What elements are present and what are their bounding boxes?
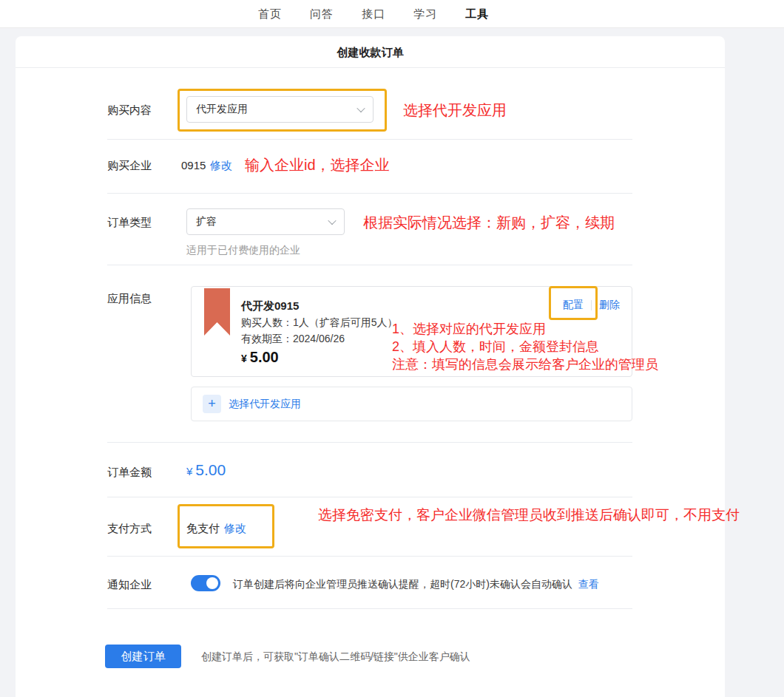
card-actions: 配置 删除 (563, 299, 620, 312)
configure-link[interactable]: 配置 (563, 299, 584, 312)
purchase-content-select[interactable]: 代开发应用 (186, 96, 374, 123)
notify-toggle[interactable] (191, 575, 220, 591)
purchase-content-value: 代开发应用 (196, 103, 248, 116)
chevron-down-icon (328, 217, 336, 225)
amount-number: 5.00 (195, 461, 226, 478)
order-type-annotation: 根据实际情况选择：新购，扩容，续期 (363, 213, 615, 233)
nav-item-learn[interactable]: 学习 (413, 7, 437, 21)
chevron-down-icon (356, 104, 365, 112)
bookmark-ribbon-icon (204, 288, 230, 336)
vertical-separator (591, 300, 592, 310)
add-app-label: 选择代开发应用 (229, 398, 301, 411)
order-type-select[interactable]: 扩容 (186, 208, 345, 235)
order-type-hint: 适用于已付费使用的企业 (186, 244, 300, 257)
payment-annotation: 选择免密支付，客户企业微信管理员收到推送后确认即可，不用支付 (318, 504, 751, 526)
company-modify-link[interactable]: 修改 (210, 159, 232, 173)
top-nav: 首页 问答 接口 学习 工具 (0, 0, 784, 28)
row-divider (107, 497, 632, 497)
row-divider (107, 193, 632, 194)
toggle-knob (206, 577, 218, 589)
app-name: 代开发0915 (241, 299, 299, 313)
app-info-annotation-3: 注意：填写的信息会展示给客户企业的管理员 (392, 356, 658, 373)
currency-symbol: ¥ (186, 465, 192, 477)
price-value: 5.00 (250, 349, 279, 365)
order-type-value: 扩容 (196, 215, 217, 228)
row-divider (107, 608, 632, 609)
notify-description-text: 订单创建后将向企业管理员推送确认提醒，超时(72小时)未确认会自动确认 (233, 578, 572, 590)
row-divider (107, 442, 632, 443)
nav-item-qa[interactable]: 问答 (310, 7, 334, 21)
nav-item-api[interactable]: 接口 (362, 7, 385, 21)
app-info-label: 应用信息 (107, 292, 152, 306)
row-divider (107, 556, 632, 557)
payment-method-label: 支付方式 (107, 522, 152, 536)
plus-icon: + (203, 395, 221, 413)
add-app-button[interactable]: + 选择代开发应用 (191, 387, 632, 421)
create-order-button[interactable]: 创建订单 (105, 645, 181, 668)
currency-symbol: ¥ (241, 353, 247, 364)
row-divider (107, 265, 632, 265)
purchase-content-label: 购买内容 (107, 103, 152, 118)
order-amount-label: 订单金额 (107, 466, 152, 480)
create-order-panel: 创建收款订单 购买内容 代开发应用 选择代开发应用 购买企业 0915 修改 输… (16, 36, 725, 697)
app-info-annotation-1: 1、选择对应的代开发应用 (392, 320, 546, 338)
purchase-content-annotation: 选择代开发应用 (403, 101, 507, 120)
purchase-company-annotation: 输入企业id，选择企业 (245, 155, 390, 175)
company-id-value: 0915 (181, 159, 206, 171)
notify-description: 订单创建后将向企业管理员推送确认提醒，超时(72小时)未确认会自动确认 查看 (233, 578, 599, 591)
app-buyers-line: 购买人数：1人（扩容后可用5人） (241, 316, 398, 330)
purchase-company-label: 购买企业 (107, 159, 152, 173)
notify-view-link[interactable]: 查看 (578, 578, 599, 590)
page-title: 创建收款订单 (16, 36, 725, 68)
nav-items: 首页 问答 接口 学习 工具 (258, 0, 489, 28)
order-amount-value: ¥5.00 (186, 461, 226, 479)
notify-label: 通知企业 (107, 578, 152, 592)
row-divider (107, 139, 632, 140)
order-type-label: 订单类型 (107, 216, 152, 230)
app-price: ¥5.00 (241, 349, 279, 366)
delete-link[interactable]: 删除 (599, 299, 620, 312)
app-expire-line: 有效期至：2024/06/26 (241, 333, 345, 346)
footer-note: 创建订单后，可获取"订单确认二维码/链接"供企业客户确认 (201, 650, 470, 664)
nav-item-home[interactable]: 首页 (258, 7, 282, 21)
nav-item-tools[interactable]: 工具 (465, 7, 489, 21)
payment-modify-link[interactable]: 修改 (224, 522, 246, 536)
payment-value: 免支付 (186, 522, 220, 536)
app-info-annotation-2: 2、填入人数，时间，金额登封信息 (392, 338, 599, 356)
